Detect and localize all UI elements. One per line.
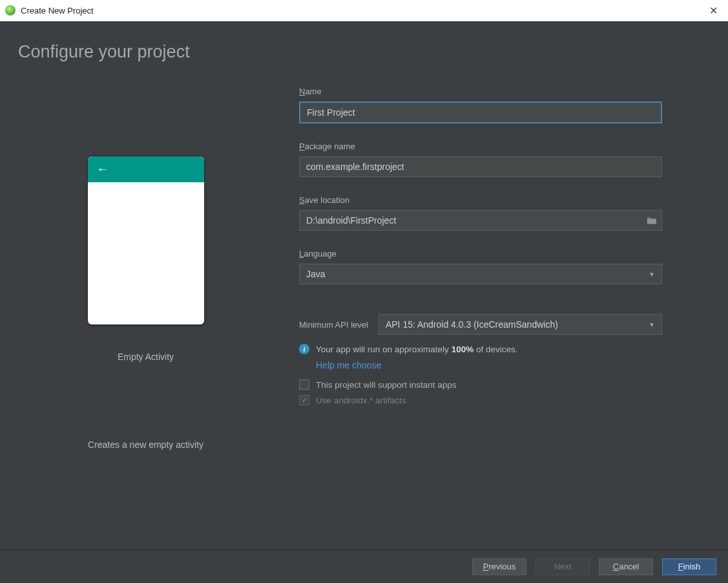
androidx-checkbox-row: ✓ Use androidx.* artifacts bbox=[299, 395, 662, 405]
create-project-dialog: Create New Project ✕ Configure your proj… bbox=[0, 0, 728, 583]
wizard-footer: Previous Next Cancel Finish bbox=[0, 549, 728, 583]
preview-template-name: Empty Activity bbox=[118, 352, 174, 362]
preview-appbar: ← bbox=[88, 156, 204, 182]
device-coverage-text: Your app will run on approximately 100% … bbox=[316, 344, 517, 354]
language-value: Java bbox=[306, 269, 326, 279]
titlebar: Create New Project ✕ bbox=[0, 0, 728, 21]
chevron-down-icon: ▼ bbox=[649, 271, 655, 278]
close-icon[interactable]: ✕ bbox=[705, 3, 722, 18]
back-arrow-icon: ← bbox=[97, 163, 109, 176]
form-column: Name Package name Save location Language bbox=[299, 87, 710, 450]
chevron-down-icon: ▼ bbox=[649, 321, 655, 328]
dialog-content: Configure your project ← Empty Activity … bbox=[0, 21, 728, 583]
cancel-button[interactable]: Cancel bbox=[599, 558, 653, 575]
window-title: Create New Project bbox=[21, 6, 705, 16]
info-icon: i bbox=[299, 344, 309, 354]
previous-button[interactable]: Previous bbox=[472, 558, 526, 575]
api-level-label: Minimum API level bbox=[299, 320, 368, 330]
preview-column: ← Empty Activity Creates a new empty act… bbox=[18, 87, 273, 450]
androidx-checkbox: ✓ bbox=[299, 395, 309, 405]
api-level-value: API 15: Android 4.0.3 (IceCreamSandwich) bbox=[386, 319, 558, 330]
help-me-choose-link[interactable]: Help me choose bbox=[316, 360, 381, 370]
name-input[interactable] bbox=[299, 101, 662, 123]
save-location-label: Save location bbox=[299, 195, 662, 205]
activity-preview: ← bbox=[88, 156, 204, 324]
android-studio-icon bbox=[5, 5, 16, 16]
browse-folder-icon[interactable] bbox=[647, 217, 657, 225]
save-location-input[interactable] bbox=[299, 210, 662, 231]
finish-button[interactable]: Finish bbox=[662, 558, 716, 575]
package-label: Package name bbox=[299, 142, 662, 151]
device-coverage-info: i Your app will run on approximately 100… bbox=[299, 344, 662, 354]
instant-apps-checkbox[interactable] bbox=[299, 379, 309, 390]
instant-apps-checkbox-row[interactable]: This project will support instant apps bbox=[299, 379, 662, 390]
androidx-label: Use androidx.* artifacts bbox=[316, 396, 406, 405]
page-title: Configure your project bbox=[18, 42, 710, 62]
preview-template-description: Creates a new empty activity bbox=[88, 440, 203, 450]
package-input[interactable] bbox=[299, 156, 662, 177]
name-label: Name bbox=[299, 87, 662, 96]
api-level-select[interactable]: API 15: Android 4.0.3 (IceCreamSandwich)… bbox=[379, 314, 662, 335]
instant-apps-label: This project will support instant apps bbox=[316, 380, 457, 390]
next-button: Next bbox=[536, 558, 590, 575]
language-select[interactable]: Java ▼ bbox=[299, 264, 662, 284]
language-label: Language bbox=[299, 249, 662, 259]
